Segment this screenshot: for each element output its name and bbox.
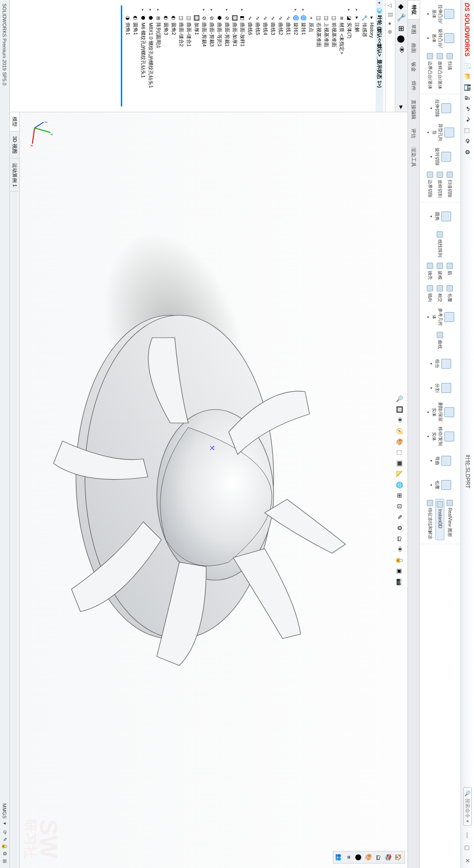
ribbon-放样凸台/基体[interactable]: 放样凸台/基体 [436, 52, 445, 90]
ribbon-曲线[interactable]: 曲线 [436, 331, 445, 350]
tree-item[interactable]: ▸⬣曲面-等距1 [216, 0, 223, 112]
tree-item[interactable]: ▸⬢M6 螺纹孔的螺纹孔钻头1 [139, 0, 147, 112]
tree-item[interactable]: ▸∿曲线6 [246, 0, 254, 112]
task-pane-custom-props-icon[interactable]: ≡ [345, 853, 353, 861]
ribbon-移动/复制实体[interactable]: 移动/复制实体▾ [421, 426, 459, 447]
tree-item[interactable]: ▸◪实体(7) [346, 0, 353, 112]
ribbon-Instant3D[interactable]: Instant3D [436, 499, 445, 540]
qat-新建[interactable]: 📄 [464, 62, 472, 70]
heads-up-2-icon[interactable]: 👁 [396, 416, 404, 424]
panel-config-3[interactable]: ⊕ [387, 30, 394, 34]
heads-up-4-icon[interactable]: 🎨 [396, 438, 404, 446]
bottom-tab-模型[interactable]: 模型 [10, 112, 19, 132]
ribbon-拉伸切除[interactable]: 拉伸切除▾ [421, 98, 459, 119]
heads-up-7-icon[interactable]: 📐 [396, 470, 404, 478]
ribbon-tab-草图[interactable]: 草图 [408, 20, 419, 39]
tree-item[interactable]: ▸∿曲线3 [269, 0, 277, 112]
ribbon-tab-曲面[interactable]: 曲面 [408, 39, 419, 57]
ribbon-抽壳[interactable]: 抽壳 [426, 262, 435, 281]
panel-tab-DimXpertManager[interactable]: ⬤ [398, 35, 406, 43]
panel-tab-FeatureManager[interactable]: ◆ [398, 3, 406, 11]
qat-撤销[interactable]: ↶ [464, 105, 472, 113]
heads-up-0-icon[interactable]: 🔍 [396, 395, 404, 403]
heads-up-1-icon[interactable]: 🔲 [396, 405, 404, 414]
status-icon-3[interactable]: ⚙ [1, 850, 9, 857]
ribbon-tab-渲染工具[interactable]: 渲染工具 [408, 143, 419, 172]
ribbon-异型孔向导[interactable]: 异型孔向导▾ [421, 122, 459, 143]
maximize-button[interactable]: ▢ [464, 843, 471, 853]
ribbon-边界凸台/基体[interactable]: 边界凸台/基体 [426, 52, 435, 90]
tree-item[interactable]: ▸⬢M8X1.0 螺纹孔的螺纹孔钻头1 [147, 0, 155, 112]
view-triad[interactable]: x y z [28, 121, 55, 148]
ribbon-镜向[interactable]: 镜向 [426, 284, 435, 303]
qat-保存[interactable]: 💾 [464, 84, 472, 92]
ribbon-分割[interactable]: 分割▾ [421, 378, 459, 398]
qat-重建[interactable]: ⟳ [464, 137, 472, 145]
tree-item[interactable]: ▸⌖原点 [307, 0, 315, 112]
heads-up-13-icon[interactable]: 🗂 [396, 535, 404, 543]
heads-up-16-icon[interactable]: ▣ [396, 567, 404, 575]
tree-item[interactable]: ▸▸History [368, 0, 376, 112]
panel-tab-PropertyManager[interactable]: 🔧 [398, 13, 406, 22]
ribbon-边界切除[interactable]: 边界切除 [426, 171, 435, 198]
status-units-dropdown-icon[interactable]: ▾ [2, 822, 8, 825]
heads-up-8-icon[interactable]: 🌐 [396, 481, 404, 489]
qat-选择[interactable]: ⬚ [464, 127, 472, 135]
tree-item[interactable]: ▸▸注解 [353, 0, 361, 112]
ribbon-放样切割[interactable]: 放样切割 [436, 171, 445, 198]
ribbon-弯曲[interactable]: 弯曲▾ [421, 450, 459, 471]
ribbon-拔模[interactable]: 拔模 [436, 262, 445, 281]
task-pane-resources-icon[interactable]: 🏠 [394, 853, 403, 861]
ribbon-圆角[interactable]: 圆角▾ [421, 206, 459, 227]
status-icon-4[interactable]: ⊞ [1, 857, 9, 864]
close-button[interactable]: ✕ [464, 855, 471, 865]
tree-item[interactable]: ▸⊘曲面-剪裁4 [200, 0, 208, 112]
tree-item[interactable]: ▸⊞阵列(圆周)1 [155, 0, 162, 112]
tree-item[interactable]: ▸◐圆角2 [170, 0, 177, 112]
tree-item[interactable]: ▸∿曲线1 [284, 0, 292, 112]
heads-up-14-icon[interactable]: 👁 [396, 546, 404, 554]
ribbon-tab-评估[interactable]: 评估 [408, 124, 419, 143]
heads-up-11-icon[interactable]: ✎ [396, 513, 404, 521]
tree-item[interactable]: ▸◐圆角3 [162, 0, 170, 112]
tree-item[interactable]: ▸◑倒角1 [124, 0, 132, 112]
heads-up-5-icon[interactable]: ⬚ [396, 449, 404, 457]
panel-expand-icon[interactable]: ▸ [397, 106, 406, 109]
qat-打印[interactable]: 🖨 [464, 94, 472, 102]
ribbon-tab-特征[interactable]: 特征 [408, 0, 420, 20]
ribbon-tab-焊件[interactable]: 焊件 [408, 76, 419, 95]
command-search[interactable]: 🔍 搜索命令 ▾ [463, 787, 472, 826]
tree-item[interactable]: ▸◐圆角1 [132, 0, 139, 112]
tree-item[interactable]: ▸◫曲面-缝合2 [177, 0, 185, 112]
heads-up-6-icon[interactable]: 🔳 [396, 459, 404, 467]
tree-item[interactable]: ▸◫曲面-缝合1 [185, 0, 193, 112]
bottom-tab-运动算例 1[interactable]: 运动算例 1 [10, 159, 19, 192]
status-icon-0[interactable]: ⟳ [1, 828, 9, 836]
qat-打开[interactable]: 📂 [464, 73, 472, 81]
graphics-viewport[interactable]: 🔍🔲👁🧭🎨⬚🔳📐🌐⊞⊡✎⚙🗂👁🔓▣📷 🏠 📚 🗂 🎨 ⬤ ≡ 👥 [10, 112, 408, 868]
tree-item[interactable]: ▸≋材质 <未指定> [338, 0, 346, 112]
task-pane-design-library-icon[interactable]: 📚 [385, 853, 393, 861]
heads-up-12-icon[interactable]: ⚙ [396, 524, 404, 532]
ribbon-组合[interactable]: 组合▾ [421, 353, 459, 374]
tree-item[interactable]: ▸🌀旋转2 [292, 0, 300, 112]
ribbon-扫描[interactable]: 扫描 [446, 52, 455, 90]
heads-up-17-icon[interactable]: 📷 [396, 578, 404, 586]
qat-选项[interactable]: ⚙ [464, 148, 472, 156]
tree-item[interactable]: ▸∿曲线5 [254, 0, 261, 112]
feature-tree[interactable]: ▾🧊叶轮 (默认<<默认>_显示状态 1>)▸▸History▸🔧传感器▸▸注解… [10, 0, 385, 112]
ribbon-包覆[interactable]: 包覆▾ [421, 475, 459, 495]
search-dropdown-icon[interactable]: ▾ [465, 820, 470, 823]
heads-up-3-icon[interactable]: 🧭 [396, 427, 404, 435]
tree-item[interactable]: ▸⊘曲面-剪裁3 [208, 0, 216, 112]
ribbon-RealView 图形[interactable]: RealView 图形 [446, 499, 455, 540]
ribbon-旋转切除[interactable]: 旋转切除▾ [421, 146, 459, 167]
status-icon-2[interactable]: 🔒 [1, 843, 9, 850]
ribbon-删除/保留实体[interactable]: 删除/保留实体▾ [421, 402, 459, 423]
minimize-button[interactable]: — [464, 830, 471, 840]
tree-item[interactable]: ▸◫前视基准面 [330, 0, 338, 112]
rollback-bar[interactable] [121, 5, 122, 106]
tree-item[interactable]: ▸◫上视基准面 [323, 0, 330, 112]
ribbon-拉伸凸台/基体[interactable]: 拉伸凸台/基体▾ [421, 4, 459, 24]
status-units[interactable]: MMGS [2, 803, 8, 819]
